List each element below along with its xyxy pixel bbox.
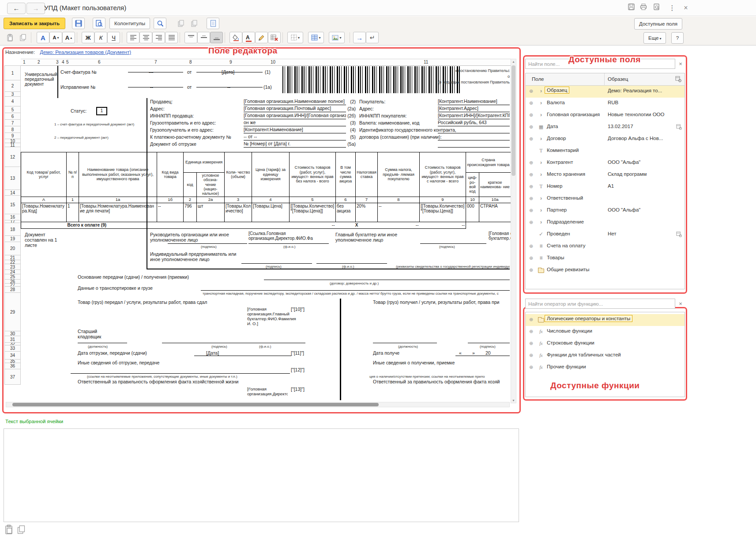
row-header[interactable]: 18 (4, 223, 21, 236)
align-left-icon[interactable] (127, 32, 139, 43)
expand-icon[interactable]: ⊕ (529, 341, 533, 346)
function-row[interactable]: ⊕ Логические операторы и константы (526, 314, 685, 326)
text-direction-icon[interactable]: → (353, 32, 366, 43)
row-header[interactable]: 15 (4, 195, 21, 214)
valign-bottom-icon[interactable] (210, 32, 223, 43)
expand-icon[interactable]: ⊕ (529, 136, 533, 142)
expand-icon[interactable]: ⊕ (529, 172, 533, 178)
valign-middle-icon[interactable] (197, 32, 210, 43)
fields-settings-icon[interactable] (675, 76, 682, 83)
field-row[interactable]: ⊕ Номер А1 (526, 181, 685, 193)
row-header[interactable]: 8 (4, 126, 21, 133)
expand-icon[interactable]: ⊕ (529, 88, 533, 94)
expand-icon[interactable]: ⊕ (529, 184, 533, 189)
border-color-icon[interactable] (255, 32, 268, 43)
scroll-up-icon[interactable]: ▲ (511, 60, 516, 63)
purpose-link[interactable]: Демо: Реализация товаров (Документ) (40, 49, 131, 55)
column-header[interactable]: 7 (154, 60, 157, 64)
expand-icon[interactable]: ⊕ (529, 255, 533, 261)
column-header[interactable]: 3 (56, 60, 59, 64)
row-header[interactable]: 9 (4, 133, 21, 139)
font-button[interactable]: А (37, 32, 49, 43)
row-headers[interactable]: 1234567891011121314151617181920212223242… (4, 66, 21, 385)
expand-icon[interactable]: ⊕ (529, 317, 533, 322)
function-row[interactable]: ⊕ Прочие функции (526, 362, 685, 374)
page-setup-button[interactable] (207, 18, 219, 29)
valign-top-icon[interactable] (184, 32, 197, 43)
expand-icon[interactable]: ⊕ (529, 112, 533, 118)
expand-icon[interactable]: ⊕ (529, 267, 533, 273)
field-row[interactable]: ⊕ Образец Демо: Реализация то... (526, 86, 685, 98)
field-row[interactable]: ⊕ Место хранения Склад программ (526, 169, 685, 181)
field-row[interactable]: ⊕ Дата 13.02.2017 (526, 121, 685, 133)
copy-style-icon[interactable] (174, 18, 187, 29)
row-header[interactable]: 13 (4, 167, 21, 190)
available-fields-button[interactable]: Доступные поля (634, 18, 682, 30)
function-row[interactable]: ⊕ Строковые функции (526, 338, 685, 350)
merge-cells-dropdown[interactable]: ▾ (308, 32, 324, 43)
save-icon[interactable] (626, 4, 636, 12)
row-header[interactable]: 20 (4, 242, 21, 255)
field-row[interactable]: ⊕ Партнер ООО "Альфа" (526, 205, 685, 217)
column-header[interactable]: 8 (189, 60, 192, 64)
field-row[interactable]: ⊕ Валюта RUB (526, 98, 685, 110)
expand-icon[interactable]: ⊕ (529, 196, 533, 201)
row-header[interactable]: 23 (4, 264, 21, 270)
clear-format-icon[interactable] (268, 32, 281, 43)
expand-icon[interactable]: ⊕ (529, 100, 533, 106)
bottom-copy-icon[interactable] (17, 525, 26, 536)
row-header[interactable]: 34 (4, 351, 21, 360)
preview-icon[interactable] (652, 4, 662, 12)
headers-footers-button[interactable]: Колонтитулы (109, 18, 150, 29)
field-search-close-icon[interactable]: × (677, 61, 684, 67)
underline-button[interactable]: Ч (107, 32, 120, 43)
expand-icon[interactable]: ⊕ (529, 364, 533, 370)
back-button[interactable]: ← (7, 3, 26, 14)
expand-icon[interactable]: ⊕ (529, 124, 533, 130)
function-row[interactable]: ⊕ Числовые функции (526, 326, 685, 338)
function-search-close-icon[interactable]: × (677, 300, 684, 307)
align-right-icon[interactable] (152, 32, 165, 43)
column-headers[interactable]: 1234567891011 (21, 59, 511, 66)
field-row[interactable]: ⊕ Договор Договор Альфа с Нов... (526, 133, 685, 145)
row-header[interactable]: 14 (4, 189, 21, 196)
picture-dropdown[interactable]: ▾ (329, 32, 345, 43)
bold-button[interactable]: Ж (82, 32, 94, 43)
document-canvas[interactable]: Универсальный передаточный документ Счет… (21, 66, 511, 400)
scroll-down-icon[interactable]: ▼ (511, 399, 516, 402)
row-header[interactable]: 5 (4, 106, 21, 113)
align-justify-icon[interactable] (165, 32, 178, 43)
function-search-input[interactable] (525, 299, 675, 309)
column-header[interactable]: 10 (271, 60, 275, 64)
paste-style-icon[interactable] (188, 18, 200, 29)
field-row[interactable]: ⊕ Ответственный (526, 193, 685, 205)
align-center-icon[interactable] (139, 32, 152, 43)
column-header[interactable]: 5 (66, 60, 69, 64)
print-icon[interactable] (639, 4, 648, 12)
save-close-button[interactable]: Записать и закрыть (4, 18, 65, 29)
font-size-up-button[interactable]: А▴ (62, 32, 75, 43)
forward-button[interactable]: → (26, 3, 45, 14)
row-header[interactable]: 37 (4, 369, 21, 385)
font-size-down-button[interactable]: А▾ (49, 32, 62, 43)
expand-icon[interactable]: ⊕ (529, 160, 533, 166)
font-color-icon[interactable]: А (242, 32, 255, 43)
row-header[interactable]: 31 (4, 336, 21, 343)
expand-icon[interactable]: ⊕ (529, 243, 533, 249)
wrap-text-icon[interactable]: ↵ (366, 32, 379, 43)
fill-color-icon[interactable] (229, 32, 242, 43)
paste-icon[interactable] (4, 32, 16, 43)
column-header[interactable]: 1 (23, 60, 26, 64)
close-icon[interactable]: × (681, 4, 691, 12)
more-button[interactable]: Еще▾ (643, 32, 666, 44)
column-header[interactable]: 11 (424, 60, 428, 64)
kebab-menu-icon[interactable]: ⋮ (667, 4, 677, 12)
bottom-paste-icon[interactable] (4, 525, 13, 536)
italic-button[interactable]: К (94, 32, 107, 43)
vertical-scroll-thumb[interactable] (512, 65, 515, 176)
row-header[interactable]: 1 (4, 65, 21, 80)
field-row[interactable]: ⊕ Товары (526, 253, 685, 265)
expand-icon[interactable]: ⊕ (529, 352, 533, 358)
template-editor[interactable]: Назначение: Демо: Реализация товаров (До… (2, 47, 521, 413)
field-search-input[interactable] (525, 59, 675, 69)
